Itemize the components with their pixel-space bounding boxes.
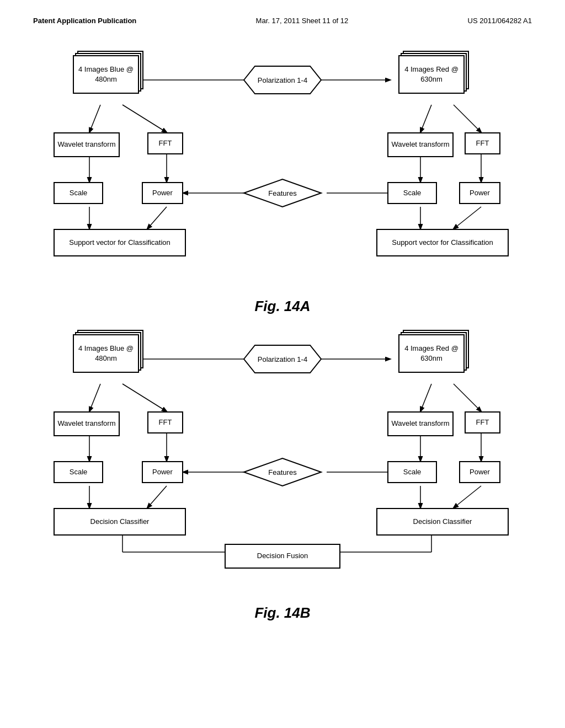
fig14a-left-scale: Scale	[54, 182, 103, 204]
svg-text:Polarization 1-4: Polarization 1-4	[258, 76, 307, 84]
svg-text:Polarization 1-4: Polarization 1-4	[258, 355, 307, 363]
fig14a-section: 4 Images Blue @ 480nm Wavelet transform …	[33, 52, 532, 315]
header-publication: Patent Application Publication	[33, 17, 136, 25]
fig14b-label: Fig. 14B	[33, 604, 532, 622]
fig14a-left-images: 4 Images Blue @ 480nm	[73, 55, 139, 94]
fig14a-left-fft: FFT	[147, 132, 183, 154]
fig14b-left-wavelet: Wavelet transform	[54, 411, 120, 436]
svg-line-11	[454, 207, 481, 229]
svg-line-22	[122, 384, 167, 411]
fig14a-right-scale: Scale	[387, 182, 437, 204]
svg-line-21	[89, 384, 100, 411]
fig14b-right-fft: FFT	[465, 411, 500, 433]
fig14a-right-wavelet: Wavelet transform	[387, 132, 454, 157]
svg-line-5	[147, 207, 167, 229]
svg-line-34	[454, 486, 481, 508]
svg-line-30	[454, 384, 481, 411]
fig14a-right-fft: FFT	[465, 132, 500, 154]
svg-line-29	[420, 384, 431, 411]
header-patent-number: US 2011/064282 A1	[468, 17, 532, 25]
svg-line-1	[122, 105, 167, 132]
fig14b-left-fft: FFT	[147, 411, 183, 433]
page-header: Patent Application Publication Mar. 17, …	[33, 11, 532, 36]
fig14b-right-images: 4 Images Red @ 630nm	[398, 334, 465, 373]
svg-line-7	[454, 105, 481, 132]
fig14b-polarization: Polarization 1-4	[233, 342, 332, 378]
fig14b-left-classifier: Decision Classifier	[54, 508, 186, 536]
svg-line-6	[420, 105, 431, 132]
svg-line-0	[89, 105, 100, 132]
fig14b-features: Features	[233, 456, 332, 491]
fig14a-right-svm: Support vector for Classification	[376, 229, 509, 256]
fig14b-left-scale: Scale	[54, 461, 103, 483]
fig14b-left-power: Power	[142, 461, 183, 483]
fig14b-right-scale: Scale	[387, 461, 437, 483]
fig14b-right-classifier: Decision Classifier	[376, 508, 509, 536]
fig14a-label: Fig. 14A	[33, 298, 532, 315]
fig14b-left-images: 4 Images Blue @ 480nm	[73, 334, 139, 373]
fig14a-right-images: 4 Images Red @ 630nm	[398, 55, 465, 94]
svg-line-26	[147, 486, 167, 508]
fig14a-left-svm: Support vector for Classification	[54, 229, 186, 256]
fig14b-right-wavelet: Wavelet transform	[387, 411, 454, 436]
header-date-sheet: Mar. 17, 2011 Sheet 11 of 12	[256, 17, 349, 25]
fig14b-right-power: Power	[459, 461, 500, 483]
fig14b-section: 4 Images Blue @ 480nm Wavelet transform …	[33, 331, 532, 622]
fig14a-features: Features	[233, 176, 332, 212]
fig14a-left-wavelet: Wavelet transform	[54, 132, 120, 157]
fig14b-decision-fusion: Decision Fusion	[225, 544, 340, 569]
fig14a-right-power: Power	[459, 182, 500, 204]
svg-text:Features: Features	[268, 189, 297, 197]
fig14a-left-power: Power	[142, 182, 183, 204]
fig14a-polarization: Polarization 1-4	[233, 63, 332, 99]
svg-text:Features: Features	[268, 468, 297, 477]
